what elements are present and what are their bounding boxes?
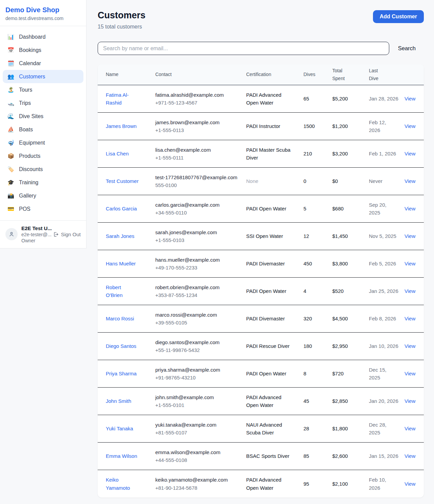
customer-name-link[interactable]: Test Customer xyxy=(106,178,139,184)
customer-dives: 450 xyxy=(303,254,332,273)
table-row: Hans Mueller hans.mueller@example.com +4… xyxy=(98,250,424,278)
customer-name-link[interactable]: Lisa Chen xyxy=(106,151,129,156)
customer-name-link[interactable]: Yuki Tanaka xyxy=(106,426,133,431)
dashboard-icon: 📊 xyxy=(7,34,14,40)
table-row: James Brown james.brown@example.com +1-5… xyxy=(98,113,424,140)
customers-icon: 👥 xyxy=(7,73,14,80)
customer-name-link[interactable]: Emma Wilson xyxy=(106,453,137,459)
sidebar-item-dashboard[interactable]: 📊 Dashboard xyxy=(3,30,83,43)
customer-last-dive: Jan 10, 2026 xyxy=(369,337,405,355)
customer-name-link[interactable]: Diego Santos xyxy=(106,343,136,349)
sidebar-item-training[interactable]: 🎓 Training xyxy=(3,176,83,189)
sidebar-item-products[interactable]: 📦 Products xyxy=(3,149,83,163)
customer-name-link[interactable]: Robert O'Brien xyxy=(106,284,123,298)
sidebar-item-label: POS xyxy=(19,206,31,212)
view-link[interactable]: View xyxy=(405,288,415,294)
customer-email: robert.obrien@example.com xyxy=(155,283,241,291)
customer-last-dive: Feb 12, 2026 xyxy=(369,113,405,140)
view-link[interactable]: View xyxy=(405,316,415,321)
customer-name-link[interactable]: Sarah Jones xyxy=(106,233,134,239)
customer-name-link[interactable]: Keiko Yamamoto xyxy=(106,477,130,490)
customer-name-link[interactable]: John Smith xyxy=(106,398,131,404)
customer-phone: +49-170-555-2233 xyxy=(155,264,241,272)
customer-email: yuki.tanaka@example.com xyxy=(155,421,241,429)
view-link[interactable]: View xyxy=(405,261,415,266)
customer-name-link[interactable]: Carlos Garcia xyxy=(106,206,137,211)
customer-certification: PADI Divemaster xyxy=(246,309,303,328)
customer-name-link[interactable]: James Brown xyxy=(106,123,137,129)
customer-contact: robert.obrien@example.com +353-87-555-12… xyxy=(155,278,246,305)
sidebar-item-boats[interactable]: ⛵ Boats xyxy=(3,123,83,136)
customer-phone: +1-555-0113 xyxy=(155,126,241,134)
sidebar-nav: 📊 Dashboard 📅 Bookings 🗓️ Calendar 👥 Cus… xyxy=(0,26,86,220)
table-header-row: Name Contact Certification Dives Total S… xyxy=(98,64,424,85)
table-row: Carlos Garcia carlos.garcia@example.com … xyxy=(98,195,424,223)
customer-phone: +1-555-0111 xyxy=(155,154,241,162)
column-header-contact: Contact xyxy=(155,71,246,78)
sidebar-item-customers[interactable]: 👥 Customers xyxy=(3,70,83,83)
view-link[interactable]: View xyxy=(405,151,415,156)
user-role: Owner xyxy=(21,238,49,243)
customer-dives: 28 xyxy=(303,419,332,438)
search-button[interactable]: Search xyxy=(389,45,424,52)
view-link[interactable]: View xyxy=(405,481,415,487)
table-row: John Smith john.smith@example.com +1-555… xyxy=(98,388,424,415)
sign-out-button[interactable]: Sign Out xyxy=(53,231,81,237)
customer-contact: carlos.garcia@example.com +34-555-0110 xyxy=(155,195,246,222)
customer-total-spent: $1,800 xyxy=(332,419,369,438)
customer-contact: marco.rossi@example.com +39-555-0105 xyxy=(155,305,246,332)
customer-total-spent: $3,200 xyxy=(332,144,369,163)
view-link[interactable]: View xyxy=(405,371,415,376)
view-link[interactable]: View xyxy=(405,178,415,184)
view-link[interactable]: View xyxy=(405,206,415,211)
table-row: Priya Sharma priya.sharma@example.com +9… xyxy=(98,360,424,388)
customer-contact: james.brown@example.com +1-555-0113 xyxy=(155,113,246,140)
customer-dives: 95 xyxy=(303,474,332,493)
customer-email: priya.sharma@example.com xyxy=(155,366,241,374)
avatar xyxy=(5,228,18,240)
customer-email: james.brown@example.com xyxy=(155,118,241,126)
view-link[interactable]: View xyxy=(405,123,415,129)
customer-contact: fatima.alrashid@example.com +971-55-123-… xyxy=(155,86,246,112)
customer-total-spent: $720 xyxy=(332,364,369,383)
customer-name-link[interactable]: Priya Sharma xyxy=(106,371,137,376)
sidebar-item-equipment[interactable]: 🤿 Equipment xyxy=(3,136,83,149)
sidebar-item-label: Training xyxy=(19,180,38,186)
sidebar-item-dive-sites[interactable]: 🌊 Dive Sites xyxy=(3,110,83,123)
customer-email: hans.mueller@example.com xyxy=(155,256,241,264)
user-icon xyxy=(8,231,15,237)
customer-name-link[interactable]: Hans Mueller xyxy=(106,261,136,266)
sidebar-item-trips[interactable]: 🛥️ Trips xyxy=(3,96,83,110)
sidebar-item-pos[interactable]: 💳 POS xyxy=(3,202,83,216)
view-link[interactable]: View xyxy=(405,96,415,101)
trips-icon: 🛥️ xyxy=(7,100,14,106)
view-link[interactable]: View xyxy=(405,233,415,239)
sign-out-label: Sign Out xyxy=(61,231,81,237)
column-header-name: Name xyxy=(106,71,155,78)
column-header-certification: Certification xyxy=(246,71,303,78)
customer-certification: PADI Open Water xyxy=(246,282,303,300)
boats-icon: ⛵ xyxy=(7,126,14,133)
customer-dives: 210 xyxy=(303,144,332,163)
add-customer-button[interactable]: Add Customer xyxy=(373,10,424,23)
customer-phone: +353-87-555-1234 xyxy=(155,291,241,299)
customer-certification: SSI Open Water xyxy=(246,227,303,245)
sidebar-item-gallery[interactable]: 📸 Gallery xyxy=(3,189,83,202)
view-link[interactable]: View xyxy=(405,398,415,404)
search-input[interactable] xyxy=(98,42,389,55)
view-link[interactable]: View xyxy=(405,426,415,431)
column-header-total-spent: Total Spent xyxy=(332,67,369,82)
sidebar-item-discounts[interactable]: 🏷️ Discounts xyxy=(3,163,83,176)
customer-name-link[interactable]: Marco Rossi xyxy=(106,316,134,321)
sidebar-item-tours[interactable]: 🏝️ Tours xyxy=(3,83,83,96)
customer-dives: 8 xyxy=(303,364,332,383)
sidebar-item-bookings[interactable]: 📅 Bookings xyxy=(3,43,83,57)
sidebar-item-label: Bookings xyxy=(19,47,41,53)
view-link[interactable]: View xyxy=(405,343,415,349)
sidebar-item-calendar[interactable]: 🗓️ Calendar xyxy=(3,57,83,70)
bookings-icon: 📅 xyxy=(7,47,14,53)
view-link[interactable]: View xyxy=(405,453,415,459)
customer-last-dive: Jan 20, 2026 xyxy=(369,392,405,410)
customer-name-link[interactable]: Fatima Al-Rashid xyxy=(106,92,129,106)
sidebar-item-label: Tours xyxy=(19,87,32,93)
